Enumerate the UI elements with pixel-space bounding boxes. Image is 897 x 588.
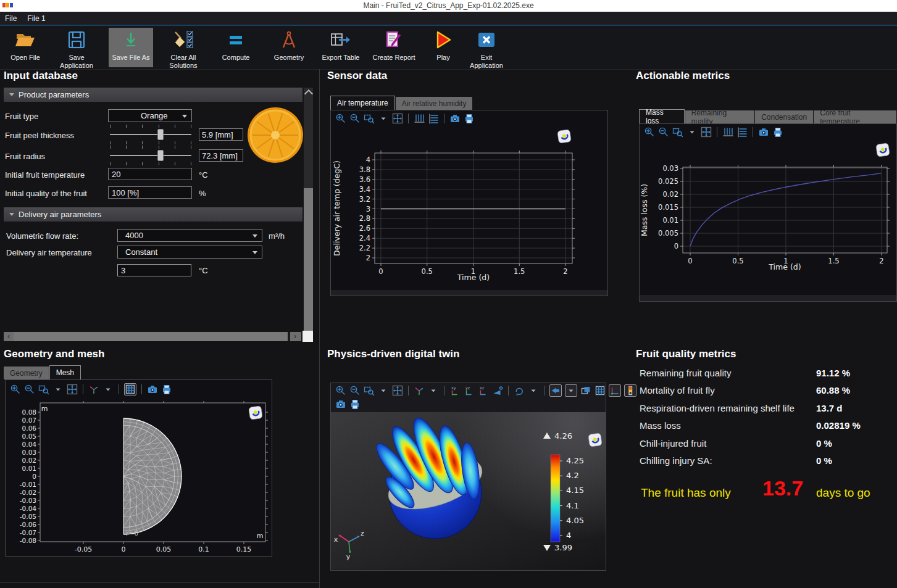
- shelf-life-message-suffix: days to go: [816, 486, 870, 500]
- metric-row: Remaining fruit quality91.12 %: [640, 368, 893, 380]
- app-window: Main - FruiTed_v2_Citrus_App_Exp-01.02.2…: [0, 0, 897, 588]
- metric-row: Mass loss0.02819 %: [640, 420, 893, 433]
- fruit-quality-title: Fruit quality metrics: [636, 348, 736, 360]
- metric-row: Mortality of fruit fly60.88 %: [640, 385, 893, 397]
- shelf-life-days-number: 13.7: [762, 476, 803, 500]
- metric-row: Chilling injury SA:0 %: [640, 455, 893, 468]
- bottom-divider: [0, 582, 319, 583]
- metric-row: Respiration-driven remaining shelf life1…: [640, 403, 893, 415]
- shelf-life-message-prefix: The fruit has only: [641, 486, 731, 500]
- column-divider: [319, 69, 320, 588]
- panel-fruit-quality: Fruit quality metrics Remaining fruit qu…: [0, 0, 897, 588]
- metric-row: Chill-injured fruit0 %: [640, 438, 893, 450]
